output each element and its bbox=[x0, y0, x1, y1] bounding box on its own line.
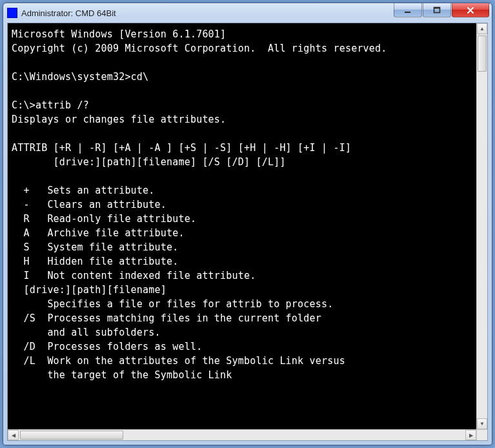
vertical-scroll-thumb[interactable] bbox=[478, 36, 487, 72]
scroll-up-button[interactable]: ▲ bbox=[477, 23, 487, 34]
titlebar[interactable]: Administrator: CMD 64Bit bbox=[3, 3, 492, 23]
cmd-window: Administrator: CMD 64Bit Microsoft Windo… bbox=[3, 3, 492, 445]
scrollbar-corner bbox=[476, 430, 487, 440]
terminal-wrap: Microsoft Windows [Version 6.1.7601] Cop… bbox=[8, 23, 487, 429]
svg-rect-2 bbox=[434, 7, 440, 8]
horizontal-scroll-thumb[interactable] bbox=[20, 431, 123, 440]
app-icon bbox=[7, 8, 17, 18]
terminal-output[interactable]: Microsoft Windows [Version 6.1.7601] Cop… bbox=[8, 23, 476, 429]
window-controls bbox=[394, 3, 489, 17]
close-button[interactable] bbox=[452, 3, 489, 17]
scroll-left-button[interactable]: ◀ bbox=[8, 430, 19, 440]
maximize-button[interactable] bbox=[423, 3, 451, 17]
svg-rect-0 bbox=[405, 12, 410, 13]
vertical-scroll-track[interactable] bbox=[477, 34, 487, 418]
scroll-right-button[interactable]: ▶ bbox=[465, 430, 476, 440]
minimize-button[interactable] bbox=[394, 3, 422, 17]
client-area: Microsoft Windows [Version 6.1.7601] Cop… bbox=[7, 23, 488, 441]
horizontal-scrollbar[interactable]: ◀ ▶ bbox=[8, 429, 487, 440]
vertical-scrollbar[interactable]: ▲ ▼ bbox=[476, 23, 487, 429]
horizontal-scroll-track[interactable] bbox=[19, 430, 465, 440]
scroll-down-button[interactable]: ▼ bbox=[477, 418, 487, 429]
window-title: Administrator: CMD 64Bit bbox=[21, 8, 394, 18]
